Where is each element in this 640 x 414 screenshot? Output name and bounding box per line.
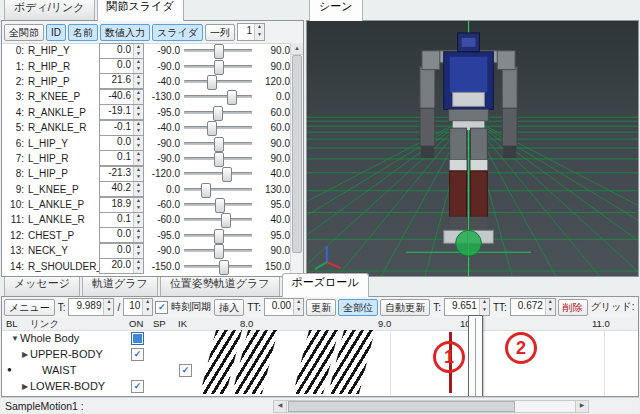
slider-handle[interactable] xyxy=(219,260,229,275)
joint-slider[interactable] xyxy=(184,121,252,134)
spin-arrows[interactable]: ▲▼ xyxy=(133,44,143,58)
joint-slider[interactable] xyxy=(184,137,252,150)
spin-down-icon[interactable]: ▼ xyxy=(134,51,143,58)
joint-value-spinbox[interactable]: 0.1 ▲▼ xyxy=(99,150,144,166)
spin-down-icon[interactable]: ▼ xyxy=(134,174,143,181)
scene-viewport[interactable] xyxy=(306,20,639,277)
joint-slider[interactable] xyxy=(184,106,252,119)
spin-arrows[interactable]: ▲▼ xyxy=(133,59,143,73)
spin-arrows[interactable]: ▲▼ xyxy=(133,151,143,165)
spin-arrows[interactable]: ▲▼ xyxy=(479,299,489,315)
update-button[interactable]: 更新 xyxy=(306,299,336,316)
time-cursor[interactable] xyxy=(468,315,483,397)
joint-value-spinbox[interactable]: -19.1 ▲▼ xyxy=(99,104,144,120)
columns-spinbox[interactable]: 1 ▲▼ xyxy=(237,23,265,41)
joint-value-spinbox[interactable]: 0.0 ▲▼ xyxy=(99,227,144,243)
bottom-panel-tab-1[interactable]: 軌道グラフ xyxy=(82,274,158,296)
slider-handle[interactable] xyxy=(201,183,211,198)
joint-value-spinbox[interactable]: 21.6 ▲▼ xyxy=(99,73,144,89)
spin-down-icon[interactable]: ▼ xyxy=(134,220,143,227)
joint-value-spinbox[interactable]: 0.1 ▲▼ xyxy=(99,212,144,228)
joint-slider[interactable] xyxy=(184,44,252,57)
slider-handle[interactable] xyxy=(214,152,224,167)
joint-slider[interactable] xyxy=(184,90,252,103)
slider-handle[interactable] xyxy=(213,106,223,121)
ik-checkbox[interactable]: ✓ xyxy=(179,364,192,377)
all-parts-button[interactable]: 全部位 xyxy=(338,299,378,316)
joint-toolbar-button-3[interactable]: 数値入力 xyxy=(100,24,150,41)
joint-value-spinbox[interactable]: 18.9 ▲▼ xyxy=(99,197,144,213)
spin-down-icon[interactable]: ▼ xyxy=(134,112,143,119)
spin-down-icon[interactable]: ▼ xyxy=(134,128,143,135)
scrollbar-thumb[interactable] xyxy=(292,55,302,253)
spin-down-icon[interactable]: ▼ xyxy=(134,266,143,273)
bottom-panel-tab-3[interactable]: ポーズロール xyxy=(282,273,369,297)
scroll-up-icon[interactable]: ▲ xyxy=(291,43,303,55)
spin-down-icon[interactable]: ▼ xyxy=(294,307,303,315)
menu-button[interactable]: メニュー xyxy=(4,299,55,316)
spin-arrows[interactable]: ▲▼ xyxy=(133,259,143,273)
current-time-spinbox[interactable]: 9.651 ▲▼ xyxy=(444,298,490,316)
joint-slider[interactable] xyxy=(184,75,252,88)
hscroll-track[interactable] xyxy=(287,401,575,412)
slider-handle[interactable] xyxy=(207,121,217,136)
spin-arrows[interactable]: ▲▼ xyxy=(103,299,113,315)
spin-arrows[interactable]: ▲▼ xyxy=(133,182,143,196)
time-spinbox[interactable]: 9.989 ▲▼ xyxy=(68,298,114,316)
spin-down-icon[interactable]: ▼ xyxy=(134,81,143,88)
spin-down-icon[interactable]: ▼ xyxy=(134,235,143,242)
joint-slider[interactable] xyxy=(184,244,252,257)
joint-value-spinbox[interactable]: 40.2 ▲▼ xyxy=(99,181,144,197)
joint-value-spinbox[interactable]: -0.1 ▲▼ xyxy=(99,120,144,136)
spin-down-icon[interactable]: ▼ xyxy=(546,307,555,315)
spin-down-icon[interactable]: ▼ xyxy=(134,189,143,196)
transition-time-spinbox[interactable]: 0.00 ▲▼ xyxy=(264,298,304,316)
on-checkbox[interactable]: ✓ xyxy=(131,380,144,393)
joint-value-spinbox[interactable]: -40.6 ▲▼ xyxy=(99,89,144,105)
delete-button[interactable]: 削除 xyxy=(558,299,588,316)
insert-button[interactable]: 挿入 xyxy=(214,299,244,316)
spin-down-icon[interactable]: ▼ xyxy=(143,307,152,315)
joint-slider[interactable] xyxy=(184,60,252,73)
joint-value-spinbox[interactable]: -21.3 ▲▼ xyxy=(99,166,144,182)
auto-update-button[interactable]: 自動更新 xyxy=(380,299,430,316)
joint-list-scrollbar[interactable]: ▲ ▼ xyxy=(290,43,303,276)
joint-toolbar-button-4[interactable]: スライダ xyxy=(152,24,203,41)
spin-arrows[interactable]: ▲▼ xyxy=(293,299,303,315)
expander-icon[interactable]: ▶ xyxy=(20,382,30,391)
spin-down-icon[interactable]: ▼ xyxy=(255,32,264,40)
spin-arrows[interactable]: ▲▼ xyxy=(133,198,143,212)
joint-value-spinbox[interactable]: 0.0 ▲▼ xyxy=(99,58,144,74)
timeline[interactable]: BLリンクONSPIK8.09.010.011.0 ▼ Whole Body ▶… xyxy=(2,317,638,396)
on-checkbox[interactable] xyxy=(131,332,144,345)
scene-tab-0[interactable]: シーン xyxy=(309,0,363,21)
spin-arrows[interactable]: ▲▼ xyxy=(133,167,143,181)
scroll-right-icon[interactable]: ▶ xyxy=(575,401,588,412)
slider-handle[interactable] xyxy=(214,244,224,259)
spin-down-icon[interactable]: ▼ xyxy=(104,307,113,315)
left-panel-tab-1[interactable]: 関節スライダ xyxy=(97,0,184,21)
scroll-left-icon[interactable]: ◀ xyxy=(274,401,287,412)
spin-down-icon[interactable]: ▼ xyxy=(134,97,143,104)
spin-arrows[interactable]: ▲▼ xyxy=(133,90,143,104)
expander-icon[interactable]: ▶ xyxy=(20,350,30,359)
joint-toolbar-button-1[interactable]: ID xyxy=(46,24,66,41)
spin-arrows[interactable]: ▲▼ xyxy=(133,213,143,227)
expander-icon[interactable]: ▼ xyxy=(10,334,20,343)
spin-arrows[interactable]: ▲▼ xyxy=(133,244,143,258)
timeline-hscrollbar[interactable]: ◀ ▶ xyxy=(273,400,589,413)
hscroll-thumb[interactable] xyxy=(288,401,515,412)
slider-handle[interactable] xyxy=(227,90,237,105)
on-checkbox[interactable]: ✓ xyxy=(131,348,144,361)
bottom-panel-tab-0[interactable]: メッセージ xyxy=(4,274,80,296)
time-max-spinbox[interactable]: 10 ▲▼ xyxy=(123,298,153,316)
time-sync-checkbox[interactable]: ✓ xyxy=(155,301,168,314)
joint-slider[interactable] xyxy=(184,198,252,211)
slider-handle[interactable] xyxy=(214,44,224,59)
joint-value-spinbox[interactable]: 0.0 ▲▼ xyxy=(99,243,144,259)
spin-arrows[interactable]: ▲▼ xyxy=(545,299,555,315)
joint-toolbar-button-0[interactable]: 全関節 xyxy=(4,24,44,41)
joint-slider[interactable] xyxy=(184,167,252,180)
spin-down-icon[interactable]: ▼ xyxy=(134,205,143,212)
bottom-panel-tab-2[interactable]: 位置姿勢軌道グラフ xyxy=(160,274,280,296)
